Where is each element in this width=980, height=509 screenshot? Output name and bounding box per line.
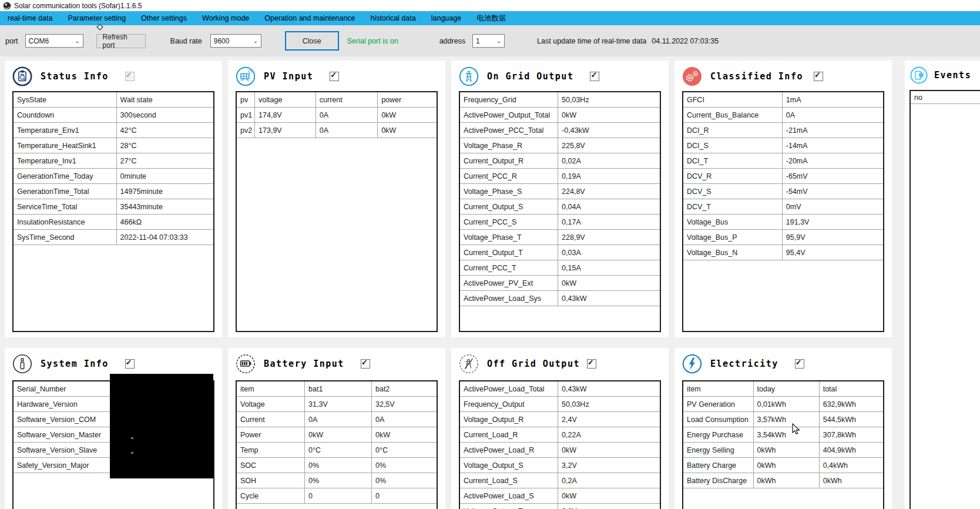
panel-header: Electricity ✓ bbox=[674, 348, 892, 374]
table-row: Voltage_Output_S3,2V bbox=[460, 458, 660, 473]
panel-title: Events bbox=[934, 70, 971, 81]
lightning-bolt-icon bbox=[682, 353, 703, 374]
table-cell: 0,17A bbox=[558, 215, 660, 230]
battery-input-checkbox[interactable]: ✓ bbox=[361, 359, 370, 369]
table-cell: 3,2V bbox=[558, 458, 660, 473]
electricity-checkbox[interactable]: ✓ bbox=[795, 359, 804, 369]
table-header-cell: pv bbox=[237, 92, 255, 108]
table-cell: 0% bbox=[371, 458, 437, 473]
table-cell: 1mA bbox=[782, 92, 883, 108]
table-cell: Voltage_Bus bbox=[683, 215, 782, 230]
port-select[interactable]: COM6 ⌄ bbox=[25, 34, 83, 48]
menu-working-mode[interactable]: Working mode bbox=[194, 11, 257, 25]
table-row: pv1174,8V0A0kW bbox=[237, 108, 437, 123]
table-row: ServiceTime_Total35443minute bbox=[14, 199, 213, 215]
table-cell: 173,9V bbox=[255, 123, 316, 138]
table-cell: 0kW bbox=[371, 427, 437, 443]
table-cell: DCV_S bbox=[683, 184, 782, 199]
table-cell: 307,8kWh bbox=[819, 427, 883, 443]
table-cell: 50,03Hz bbox=[558, 397, 660, 412]
off-grid-output-table: ActivePower_Load_Total0,43kWFrequency_Ou… bbox=[459, 380, 661, 509]
menu-battery-data[interactable]: 电池数据 bbox=[469, 11, 514, 25]
port-value: COM6 bbox=[29, 37, 49, 45]
table-cell: Current_Load_S bbox=[460, 473, 558, 488]
table-row: SOC0%0% bbox=[237, 458, 437, 473]
table-cell: -21mA bbox=[782, 123, 883, 138]
menu-operation-maintenance[interactable]: Operation and maintenance bbox=[257, 11, 363, 25]
on-grid-output-checkbox[interactable]: ✓ bbox=[590, 72, 599, 81]
table-cell: 2,6V bbox=[558, 504, 660, 509]
pv-input-checkbox[interactable]: ✓ bbox=[330, 72, 339, 81]
table-cell: 2,4V bbox=[558, 412, 660, 427]
table-cell: 50,03Hz bbox=[558, 92, 660, 108]
table-cell: Software_Version_Slave bbox=[14, 443, 110, 458]
table-header-cell: total bbox=[819, 381, 883, 397]
close-button[interactable]: Close bbox=[285, 31, 339, 51]
table-cell: DCI_S bbox=[683, 138, 782, 153]
data-grid: ActivePower_Load_Total0,43kWFrequency_Ou… bbox=[460, 381, 660, 509]
address-label: address bbox=[439, 37, 465, 45]
table-cell: Current_Output_S bbox=[460, 199, 558, 215]
table-cell: Energy Selling bbox=[683, 443, 753, 458]
table-cell: 95,9V bbox=[782, 230, 883, 245]
table-cell: Serial_Number bbox=[14, 381, 110, 397]
table-cell: 42°C bbox=[116, 123, 213, 138]
table-cell: PV Generation bbox=[683, 397, 753, 412]
table-cell: 14975minute bbox=[116, 184, 213, 199]
off-grid-output-checkbox[interactable]: ✓ bbox=[587, 359, 596, 369]
table-cell: Current_Output_T bbox=[460, 245, 558, 260]
panel-title: Battery Input bbox=[264, 359, 344, 369]
baud-rate-select[interactable]: 9600 ⌄ bbox=[210, 34, 261, 48]
table-row: ActivePower_Load_Total0,43kW bbox=[460, 381, 660, 397]
check-icon: ✓ bbox=[126, 358, 132, 367]
redaction-overlay bbox=[110, 374, 213, 478]
panel-title: On Grid Output bbox=[487, 71, 573, 82]
table-cell: 0% bbox=[305, 458, 372, 473]
refresh-port-button[interactable]: Refresh port bbox=[96, 34, 146, 48]
table-cell: 0,19A bbox=[558, 169, 660, 184]
table-header-cell: bat2 bbox=[371, 381, 437, 397]
table-row: SysTime_Second2022-11-04 07:03:33 bbox=[14, 230, 213, 245]
data-grid: pvvoltagecurrentpowerpv1174,8V0A0kWpv217… bbox=[237, 92, 437, 138]
baud-rate-value: 9600 bbox=[214, 37, 230, 45]
menu-real-time-data[interactable]: real-time data bbox=[0, 11, 60, 25]
table-row: Load Consumption3,57kWh544,5kWh bbox=[683, 412, 883, 427]
table-cell: ServiceTime_Total bbox=[14, 199, 116, 215]
battery-input-table: itembat1bat2Voltage31,3V32,5VCurrent0A0A… bbox=[236, 380, 438, 509]
table-row: Current_PCC_T0,15A bbox=[460, 260, 660, 276]
table-cell: 0A bbox=[316, 123, 377, 138]
status-info-checkbox[interactable]: ✓ bbox=[125, 72, 135, 81]
table-cell: -54mV bbox=[782, 184, 883, 199]
system-info-checkbox[interactable]: ✓ bbox=[125, 359, 135, 369]
table-cell: 0,15A bbox=[558, 260, 660, 276]
table-row: Current_Load_R0,22A bbox=[460, 427, 660, 443]
table-cell: Current_Output_R bbox=[460, 153, 558, 169]
table-row: Cycle00 bbox=[237, 488, 437, 504]
table-cell: 0kW bbox=[558, 488, 660, 504]
table-row: DCI_S-14mA bbox=[683, 138, 883, 153]
menu-historical-data[interactable]: historical data bbox=[363, 11, 424, 25]
table-row: Voltage31,3V32,5V bbox=[237, 397, 437, 412]
menu-language[interactable]: language bbox=[424, 11, 469, 25]
table-cell: Current bbox=[237, 412, 305, 427]
menu-other-settings[interactable]: Other settings bbox=[133, 11, 194, 25]
serial-status-text: Serial port is on bbox=[347, 37, 398, 45]
table-cell: 0kW bbox=[378, 108, 437, 123]
table-cell: GFCI bbox=[683, 92, 782, 108]
classified-info-checkbox[interactable]: ✓ bbox=[814, 72, 823, 81]
data-grid: itembat1bat2Voltage31,3V32,5VCurrent0A0A… bbox=[237, 381, 437, 504]
table-row: Energy Purchase3,54kWh307,8kWh bbox=[683, 427, 883, 443]
table-cell: Wait state bbox=[116, 92, 213, 108]
table-cell: Current_PCC_R bbox=[460, 169, 558, 184]
menu-bar: real-time data Parameter setting Other s… bbox=[0, 11, 980, 25]
address-select[interactable]: 1 ⌄ bbox=[472, 34, 505, 48]
table-cell: DCV_T bbox=[683, 199, 782, 215]
table-cell: 32,5V bbox=[371, 397, 437, 412]
panel-system-info: System Info ✓ Serial_NumberHardware_Vers… bbox=[5, 348, 222, 509]
table-header-cell: bat1 bbox=[305, 381, 372, 397]
table-cell: 3,54kWh bbox=[753, 427, 819, 443]
panel-title: Status Info bbox=[41, 71, 109, 82]
panel-header: PV Input ✓ bbox=[228, 61, 445, 87]
panel-off-grid-output: Off Grid Output ✓ ActivePower_Load_Total… bbox=[451, 348, 669, 509]
electricity-table: itemtodaytotalPV Generation0,01kWh632,9k… bbox=[682, 380, 884, 509]
